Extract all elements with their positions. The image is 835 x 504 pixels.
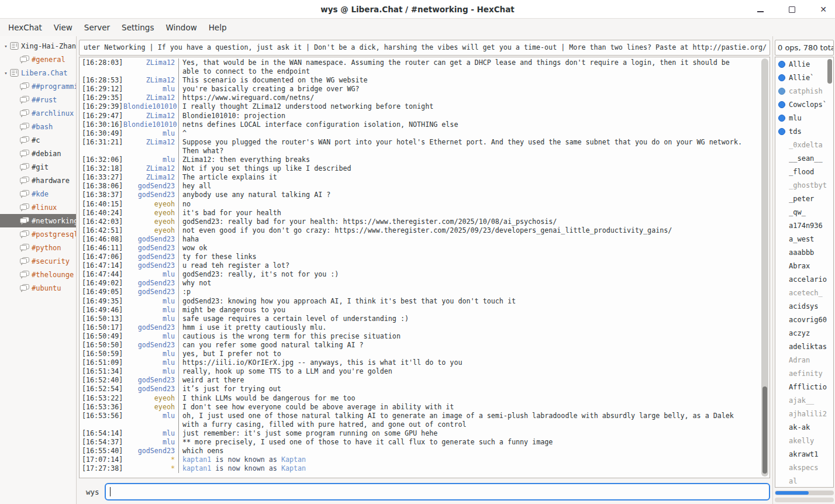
message-nick[interactable]: mlu	[123, 412, 179, 429]
message-nick[interactable]: godSend23	[123, 288, 179, 296]
message-nick[interactable]: mlu	[123, 297, 179, 306]
message-nick[interactable]: godSend23	[123, 182, 179, 191]
user-list-item[interactable]: acidsys	[775, 299, 833, 313]
sidebar-item-networking[interactable]: #networking	[0, 214, 76, 227]
message-nick[interactable]: mlu	[123, 270, 179, 279]
sidebar-item-hardware[interactable]: #hardware	[0, 174, 76, 187]
menu-hexchat[interactable]: HexChat	[2, 20, 48, 34]
sidebar-item-programming[interactable]: ##programming	[0, 80, 76, 93]
menu-window[interactable]: Window	[160, 20, 202, 34]
message-nick[interactable]: godSend23	[123, 235, 179, 244]
message-nick[interactable]: ZLima12	[123, 164, 179, 173]
maximize-button[interactable]	[786, 4, 798, 15]
message-nick[interactable]: *	[123, 455, 179, 464]
message-nick[interactable]: mlu	[123, 332, 179, 341]
user-list-item[interactable]: Abrax	[775, 259, 833, 272]
message-nick[interactable]: godSend23	[123, 261, 179, 270]
message-nick[interactable]: mlu	[123, 367, 179, 376]
message-nick[interactable]: mlu	[123, 306, 179, 315]
userlist-hscrollbar[interactable]	[775, 491, 834, 495]
user-list-item[interactable]: aczyz	[775, 326, 833, 340]
userlist-scrollbar[interactable]	[827, 58, 833, 486]
sidebar-item-bash[interactable]: #bash	[0, 120, 76, 133]
message-nick[interactable]: mlu	[123, 156, 179, 164]
sidebar-item-python[interactable]: #python	[0, 241, 76, 254]
menu-server[interactable]: Server	[78, 20, 116, 34]
message-nick[interactable]: mlu	[123, 358, 179, 367]
message-nick[interactable]: eyeoh	[123, 226, 179, 235]
menu-settings[interactable]: Settings	[116, 20, 160, 34]
sidebar-item-c[interactable]: #c	[0, 133, 76, 147]
userlist-scrollbar-thumb[interactable]	[827, 59, 832, 84]
message-input[interactable]	[105, 483, 770, 500]
message-nick[interactable]: godSend23	[123, 447, 179, 455]
user-list-item[interactable]: mlu	[775, 111, 833, 125]
message-nick[interactable]: godSend23	[123, 323, 179, 332]
close-button[interactable]: ✕	[817, 4, 829, 15]
sidebar-item-ubuntu[interactable]: #ubuntu	[0, 281, 76, 295]
message-nick[interactable]: ZLima12	[123, 138, 179, 156]
message-nick[interactable]: ZLima12	[123, 58, 179, 76]
menu-help[interactable]: Help	[203, 20, 233, 34]
message-nick[interactable]: godSend23	[123, 376, 179, 385]
minimize-button[interactable]	[754, 4, 766, 15]
chat-scrollbar-thumb[interactable]	[762, 386, 767, 474]
user-list-item[interactable]: accelario	[775, 272, 833, 286]
sidebar-item-linux[interactable]: #linux	[0, 201, 76, 214]
user-list-item[interactable]: _peter	[775, 192, 833, 205]
sidebar-item-libera-chat[interactable]: ▾Libera.Chat	[0, 66, 76, 80]
chat-area[interactable]: [16:28:03]ZLima12Yes, that would be in t…	[79, 57, 770, 478]
user-list-item[interactable]: Cowclops`	[775, 98, 833, 111]
user-list-item[interactable]: acetech_	[775, 286, 833, 299]
message-nick[interactable]: ZLima12	[123, 112, 179, 120]
message-nick[interactable]: godSend23	[123, 191, 179, 199]
user-list-item[interactable]: aefinity	[775, 367, 833, 380]
message-nick[interactable]: mlu	[123, 85, 179, 94]
message-nick[interactable]: eyeoh	[123, 403, 179, 412]
expander-icon[interactable]: ▾	[2, 70, 10, 76]
user-list-item[interactable]: Allie`	[775, 71, 833, 84]
sidebar-item-git[interactable]: #git	[0, 160, 76, 174]
message-nick[interactable]: Blondie101010	[123, 120, 179, 129]
message-nick[interactable]: godSend23	[123, 385, 179, 393]
sidebar-item-debian[interactable]: #debian	[0, 147, 76, 160]
sidebar-item-general[interactable]: #general	[0, 53, 76, 66]
user-list-item[interactable]: adeliktas	[775, 340, 833, 353]
user-list-item[interactable]: ajhalili2	[775, 407, 833, 420]
user-list-item[interactable]: catphish	[775, 84, 833, 98]
user-list-item[interactable]: Adran	[775, 353, 833, 367]
message-nick[interactable]: *	[123, 464, 179, 473]
titlebar[interactable]: wys @ Libera.Chat / #networking - HexCha…	[0, 0, 835, 19]
sidebar-item-rust[interactable]: ##rust	[0, 93, 76, 106]
menu-view[interactable]: View	[48, 20, 78, 34]
message-nick[interactable]: mlu	[123, 438, 179, 447]
message-nick[interactable]: Blondie101010	[123, 102, 179, 111]
user-list-item[interactable]: akrawt1	[775, 447, 833, 461]
topic-bar[interactable]: uter Networking | If you have a question…	[79, 40, 770, 56]
user-list-item[interactable]: Allie	[775, 57, 833, 71]
sidebar-item-security[interactable]: #security	[0, 254, 76, 268]
expander-icon[interactable]: ▾	[2, 43, 10, 49]
message-nick[interactable]: ZLima12	[123, 76, 179, 85]
user-list-item[interactable]: acovrig60	[775, 313, 833, 326]
user-list-item[interactable]: tds	[775, 125, 833, 138]
bottom-scrollbar-track[interactable]	[775, 498, 834, 502]
sidebar-item-kde[interactable]: #kde	[0, 187, 76, 201]
sidebar-item-postgresql[interactable]: #postgresql	[0, 227, 76, 241]
message-nick[interactable]: ZLima12	[123, 173, 179, 182]
message-nick[interactable]: eyeoh	[123, 209, 179, 218]
message-nick[interactable]: eyeoh	[123, 218, 179, 226]
user-list-item[interactable]: _0xdelta	[775, 138, 833, 151]
message-nick[interactable]: eyeoh	[123, 200, 179, 209]
userlist-hscrollbar-thumb[interactable]	[775, 491, 809, 495]
message-nick[interactable]: godSend23	[123, 244, 179, 253]
message-nick[interactable]: mlu	[123, 429, 179, 438]
message-nick[interactable]: mlu	[123, 350, 179, 358]
user-list-item[interactable]: _flood	[775, 165, 833, 178]
user-list-item[interactable]: a_west	[775, 232, 833, 246]
user-list-item[interactable]: al	[775, 474, 833, 488]
user-list-item[interactable]: ajak__	[775, 393, 833, 407]
user-list-item[interactable]: ak-ak	[775, 420, 833, 434]
user-list-item[interactable]: akelly	[775, 434, 833, 447]
user-list-item[interactable]: _ghostbyt	[775, 178, 833, 192]
